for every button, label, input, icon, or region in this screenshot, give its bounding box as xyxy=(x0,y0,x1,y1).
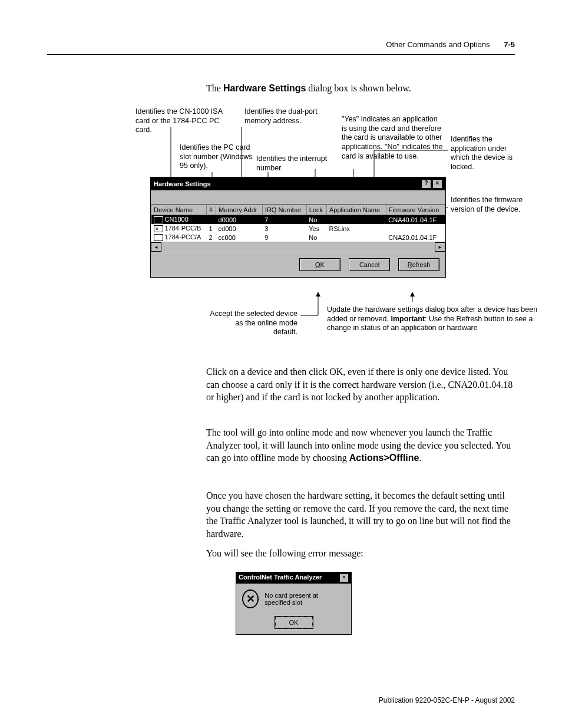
callout-irq: Identifies the interrupt number. xyxy=(256,154,333,173)
cancel-button[interactable]: Cancel xyxy=(349,258,390,271)
device-icon xyxy=(154,216,163,223)
device-table[interactable]: Device Name # Memory Addr IRQ Number Loc… xyxy=(151,205,445,242)
col-device-name[interactable]: Device Name xyxy=(151,205,207,215)
callout-device-name: Identifies the CN-1000 ISA card or the 1… xyxy=(135,107,230,135)
paragraph-1: Click on a device and then click OK, eve… xyxy=(206,365,515,404)
device-icon xyxy=(154,225,163,232)
paragraph-2: The tool will go into online mode and no… xyxy=(206,426,515,465)
table-header-row: Device Name # Memory Addr IRQ Number Loc… xyxy=(151,205,445,215)
publication-footer: Publication 9220-052C-EN-P - August 2002 xyxy=(379,696,515,704)
dialog-titlebar: Hardware Settings ? × xyxy=(151,177,445,190)
dialog-title: Hardware Settings xyxy=(154,180,211,187)
ok-button[interactable]: OK xyxy=(299,258,340,271)
dialog-toolbar xyxy=(151,190,445,205)
scroll-right-icon[interactable]: ► xyxy=(435,242,445,252)
running-head: Other Commands and Options 7-5 xyxy=(386,40,515,49)
horizontal-scrollbar[interactable]: ◄ ► xyxy=(151,242,445,252)
col-irq[interactable]: IRQ Number xyxy=(262,205,306,215)
col-memory[interactable]: Memory Addr xyxy=(216,205,263,215)
error-dialog: ControlNet Traffic Analyzer × ✕ No card … xyxy=(236,572,352,635)
hardware-settings-dialog: Hardware Settings ? × Device Name # Memo… xyxy=(150,177,446,278)
col-lock[interactable]: Lock xyxy=(306,205,326,215)
table-row[interactable]: CN1000d00007NoCNA40.01.04.1F xyxy=(151,215,445,225)
error-title: ControlNet Traffic Analyzer xyxy=(239,574,322,582)
page: Other Commands and Options 7-5 The Hardw… xyxy=(0,0,562,728)
callout-refresh: Update the hardware settings dialog box … xyxy=(327,305,542,333)
callout-ok: Accept the selected device as the online… xyxy=(209,309,297,337)
page-number: 7-5 xyxy=(504,40,515,49)
paragraph-3: Once you have chosen the hardware settin… xyxy=(206,489,515,540)
refresh-button[interactable]: Refresh xyxy=(398,258,439,271)
section-title: Other Commands and Options xyxy=(386,40,490,49)
help-icon[interactable]: ? xyxy=(421,179,431,189)
callout-lock: "Yes" indicates an application is using … xyxy=(342,115,445,161)
callout-slot: Identifies the PC card slot number (Wind… xyxy=(180,143,256,171)
callout-memory: Identifies the dual-port memory address. xyxy=(244,107,321,126)
hardware-settings-label: Hardware Settings xyxy=(223,83,306,93)
actions-offline-label: Actions>Offline xyxy=(349,453,419,463)
col-app[interactable]: Application Name xyxy=(326,205,386,215)
paragraph-4: You will see the following error message… xyxy=(206,547,515,560)
close-icon[interactable]: × xyxy=(339,574,349,582)
col-firmware[interactable]: Firmware Version xyxy=(386,205,445,215)
device-icon xyxy=(154,234,163,241)
callout-app: Identifies the application under which t… xyxy=(451,135,527,172)
error-ok-button[interactable]: OK xyxy=(275,617,313,628)
callout-firmware: Identifies the firmware version of the d… xyxy=(451,196,527,214)
error-icon: ✕ xyxy=(242,589,259,608)
scroll-left-icon[interactable]: ◄ xyxy=(151,242,161,252)
table-row[interactable]: 1784-PCC/B1cd0003YesRSLinx xyxy=(151,224,445,233)
col-slot[interactable]: # xyxy=(207,205,216,215)
close-icon[interactable]: × xyxy=(432,179,442,189)
dialog-button-row: OK Cancel Refresh xyxy=(151,252,445,277)
error-titlebar: ControlNet Traffic Analyzer × xyxy=(236,572,351,584)
intro-line: The Hardware Settings dialog box is show… xyxy=(206,83,515,95)
table-row[interactable]: 1784-PCC/A2cc0009NoCNA20.01.04.1F xyxy=(151,233,445,242)
header-rule xyxy=(47,54,515,55)
error-message: No card present at specified slot xyxy=(265,592,345,606)
